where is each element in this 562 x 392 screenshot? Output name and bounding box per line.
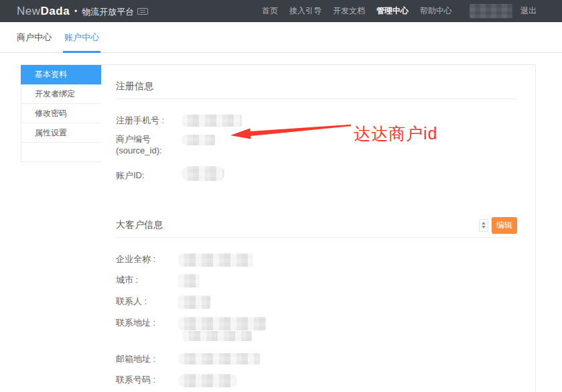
navbar-menu: 首页 接入引导 开发文档 管理中心 帮助中心 退出 <box>251 4 537 18</box>
email-address-label: 邮箱地址 : <box>116 353 178 365</box>
sidebar-item-basic-info[interactable]: 基本资料 <box>21 65 101 84</box>
merchant-id-label-line2: (source_id): <box>116 145 182 156</box>
logo-badge-icon <box>137 8 148 15</box>
city-label: 城市 : <box>116 274 178 287</box>
city-value-redacted <box>178 274 200 287</box>
register-phone-value-redacted <box>182 115 242 127</box>
email-address-value-redacted <box>178 353 260 365</box>
contact-address-value-line1-redacted <box>178 317 267 330</box>
logo-text-dada: Dada <box>41 5 70 18</box>
account-id-label: 账户ID: <box>116 166 182 181</box>
vip-info-title: 大客户信息 <box>116 219 163 231</box>
logo-dot: • <box>74 7 77 16</box>
contact-person-label: 联系人 : <box>116 296 178 309</box>
nav-item-dev-docs[interactable]: 开发文档 <box>333 5 365 17</box>
merchant-id-value-redacted <box>182 135 215 145</box>
sidebar-item-change-password[interactable]: 修改密码 <box>21 104 101 123</box>
field-row-contact-address: 联系地址 : <box>116 317 517 341</box>
vip-info-header: 大客户信息 编辑 <box>116 217 517 238</box>
main-content: 注册信息 注册手机号 : 商户编号 (source_id): 账户ID: 大客户… <box>102 65 535 392</box>
field-row-contact-number: 联系号码 : <box>116 374 517 387</box>
sidebar-item-developer-binding[interactable]: 开发者绑定 <box>21 84 101 104</box>
navbar-username-redacted[interactable] <box>470 4 512 18</box>
field-row-city: 城市 : <box>116 274 517 287</box>
top-navbar: NewDada • 物流开放平台 首页 接入引导 开发文档 管理中心 帮助中心 … <box>0 0 562 22</box>
stepper-up-icon <box>482 222 486 224</box>
account-id-value-redacted <box>182 166 224 181</box>
nav-item-help-center[interactable]: 帮助中心 <box>420 5 452 17</box>
edit-button[interactable]: 编辑 <box>492 217 517 234</box>
logo-product-name: 物流开放平台 <box>82 6 134 18</box>
nav-item-onboarding-guide[interactable]: 接入引导 <box>289 5 322 17</box>
field-row-email-address: 邮箱地址 : <box>116 353 517 365</box>
content-panel: 基本资料 开发者绑定 修改密码 属性设置 注册信息 注册手机号 : 商户编号 (… <box>21 64 536 392</box>
register-info-header: 注册信息 <box>116 80 517 99</box>
merchant-id-label: 商户编号 (source_id): <box>116 133 182 156</box>
contact-number-label: 联系号码 : <box>116 374 178 387</box>
nav-item-admin-center[interactable]: 管理中心 <box>376 5 409 17</box>
annotation-dada-merchant-id: 达达商户id <box>354 123 437 145</box>
contact-number-value-redacted <box>178 374 237 387</box>
logo-text-new: New <box>17 5 41 18</box>
tab-account-center[interactable]: 账户中心 <box>64 22 99 52</box>
sidebar-item-property-settings[interactable]: 属性设置 <box>21 123 101 143</box>
field-row-merchant-id: 商户编号 (source_id): <box>116 133 517 156</box>
tab-merchant-center[interactable]: 商户中心 <box>17 22 52 52</box>
settings-sidebar: 基本资料 开发者绑定 修改密码 属性设置 <box>21 65 101 162</box>
company-name-value-redacted <box>178 253 253 267</box>
company-name-label: 企业全称 : <box>116 253 178 267</box>
contact-address-value-line2-redacted <box>183 331 252 341</box>
stepper-control[interactable] <box>479 219 488 232</box>
contact-person-value-redacted <box>178 296 210 309</box>
field-row-register-phone: 注册手机号 : <box>116 115 517 127</box>
contact-address-value-redacted <box>178 317 267 341</box>
register-phone-label: 注册手机号 : <box>116 115 182 127</box>
field-row-contact-person: 联系人 : <box>116 296 517 309</box>
nav-item-home[interactable]: 首页 <box>262 5 278 17</box>
register-info-title: 注册信息 <box>116 80 153 92</box>
merchant-id-label-line1: 商户编号 <box>116 133 182 145</box>
field-row-company-name: 企业全称 : <box>116 253 517 267</box>
stepper-down-icon <box>482 226 486 228</box>
logo[interactable]: NewDada • 物流开放平台 <box>17 5 148 18</box>
logout-button[interactable]: 退出 <box>520 5 537 17</box>
contact-address-label: 联系地址 : <box>116 317 178 341</box>
center-tabbar: 商户中心 账户中心 <box>0 22 562 53</box>
field-row-account-id: 账户ID: <box>116 166 517 181</box>
